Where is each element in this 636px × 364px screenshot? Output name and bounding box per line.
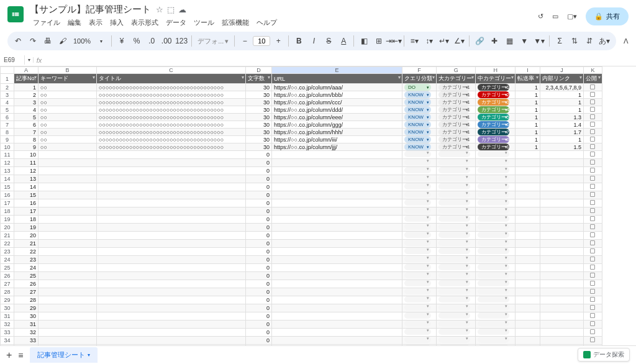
cell[interactable]: 32 — [14, 329, 39, 337]
cell[interactable] — [583, 296, 602, 304]
share-button[interactable]: 🔒 共有 — [586, 7, 629, 25]
cell[interactable]: https://○○.co.jp/column/bbb/ — [272, 91, 402, 99]
cell[interactable] — [437, 248, 476, 256]
table-header-cell[interactable]: クエリ分類▾ — [402, 74, 437, 84]
cell[interactable]: KNOW — [402, 106, 437, 114]
halign-icon[interactable]: ≡▾ — [407, 34, 421, 48]
cell[interactable]: 24 — [14, 264, 39, 272]
row-header[interactable]: 21 — [1, 232, 14, 240]
cell[interactable]: カテゴリー1 — [437, 129, 476, 136]
cell[interactable] — [476, 248, 515, 256]
table-header-cell[interactable]: キーワード▾ — [39, 74, 97, 84]
chart-icon[interactable]: ▦ — [502, 34, 516, 48]
cell[interactable] — [437, 151, 476, 159]
cell[interactable]: 0 — [246, 224, 272, 232]
cell[interactable]: 11 — [14, 159, 39, 167]
add-sheet-icon[interactable]: + — [6, 350, 12, 361]
cell[interactable] — [583, 312, 602, 321]
cell[interactable] — [402, 175, 437, 183]
cell[interactable]: 20 — [14, 232, 39, 240]
wrap-icon[interactable]: ↵▾ — [437, 34, 451, 48]
undo-icon[interactable]: ↶ — [11, 34, 25, 48]
cell[interactable] — [583, 207, 602, 216]
col-header[interactable]: B — [39, 67, 97, 74]
cell[interactable]: 1 — [515, 84, 540, 91]
cell[interactable] — [402, 248, 437, 256]
cell[interactable]: ○○○○○○○○○○○○○○○○○○○○○○○○○○○○○○○○○○○○○ — [97, 129, 246, 136]
cell[interactable] — [583, 240, 602, 248]
italic-icon[interactable]: I — [307, 34, 320, 48]
cell[interactable] — [476, 183, 515, 191]
cell[interactable]: 14 — [14, 183, 39, 191]
cell[interactable] — [583, 256, 602, 264]
cell[interactable] — [437, 175, 476, 183]
cell[interactable] — [402, 256, 437, 264]
sort-asc-icon[interactable]: ⇅ — [568, 34, 581, 48]
table-header-cell[interactable]: 記事No.▾ — [14, 74, 39, 84]
row-header[interactable]: 3 — [1, 91, 14, 99]
cell[interactable]: カテゴリー7 — [476, 129, 515, 136]
bold-icon[interactable]: B — [292, 34, 306, 48]
cell[interactable]: カテゴリー1 — [437, 106, 476, 114]
cell[interactable]: 0 — [246, 337, 272, 345]
cell[interactable] — [402, 280, 437, 288]
cell[interactable]: 27 — [14, 288, 39, 296]
cloud-icon[interactable]: ☁ — [178, 5, 186, 14]
cell[interactable]: 1.4 — [540, 121, 583, 129]
decimal-increase-icon[interactable]: .00 — [160, 34, 173, 48]
cell[interactable]: ○○ — [39, 143, 97, 151]
row-header[interactable]: 27 — [1, 280, 14, 288]
cell[interactable] — [437, 312, 476, 321]
col-header[interactable]: C — [97, 67, 246, 74]
cell[interactable]: 0 — [246, 329, 272, 337]
cell[interactable]: 30 — [246, 106, 272, 114]
table-header-cell[interactable]: 転送率▾ — [515, 74, 540, 84]
cell[interactable]: 1 — [515, 114, 540, 121]
cell[interactable]: 25 — [14, 272, 39, 280]
cell[interactable]: 9 — [14, 143, 39, 151]
cell[interactable]: カテゴリー6 — [476, 121, 515, 129]
cell[interactable] — [437, 224, 476, 232]
cell[interactable]: 1 — [540, 99, 583, 106]
cell[interactable]: カテゴリー1 — [476, 143, 515, 151]
cell[interactable]: 0 — [246, 207, 272, 216]
cell[interactable]: 0 — [246, 183, 272, 191]
cell[interactable]: ○○○○○○○○○○○○○○○○○○○○○○○○○○○○○○○○○○○○○ — [97, 99, 246, 106]
cell[interactable] — [583, 329, 602, 337]
cell[interactable] — [402, 151, 437, 159]
cell[interactable]: ○○ — [39, 106, 97, 114]
cell[interactable]: カテゴリー1 — [476, 84, 515, 91]
cell[interactable] — [476, 191, 515, 199]
cell[interactable] — [476, 264, 515, 272]
cell[interactable] — [583, 272, 602, 280]
cell[interactable] — [476, 288, 515, 296]
cell[interactable] — [476, 216, 515, 224]
cell[interactable]: 4 — [14, 106, 39, 114]
cell[interactable]: 15 — [14, 191, 39, 199]
cell[interactable]: 0 — [246, 296, 272, 304]
cell[interactable]: カテゴリー1 — [437, 91, 476, 99]
cell[interactable]: 0 — [246, 272, 272, 280]
cell[interactable]: KNOW — [402, 121, 437, 129]
cell[interactable] — [402, 321, 437, 329]
cell[interactable]: ○○○○○○○○○○○○○○○○○○○○○○○○○○○○○○○○○○○○○ — [97, 91, 246, 99]
cell[interactable] — [437, 199, 476, 207]
cell[interactable] — [402, 272, 437, 280]
cell[interactable]: 30 — [246, 91, 272, 99]
cell[interactable]: 2,3,4,5,6,7,8,9 — [540, 84, 583, 91]
cell[interactable]: ○○ — [39, 99, 97, 106]
cell[interactable]: DO — [402, 84, 437, 91]
star-icon[interactable]: ☆ — [156, 5, 163, 14]
fill-color-icon[interactable]: ◧ — [357, 34, 371, 48]
row-header[interactable]: 34 — [1, 337, 14, 345]
cell[interactable]: カテゴリー8 — [476, 136, 515, 143]
sheet-tab[interactable]: 記事管理シート ▾ — [30, 347, 98, 363]
cell[interactable]: 1 — [515, 136, 540, 143]
col-header[interactable]: A — [14, 67, 39, 74]
cell[interactable]: KNOW — [402, 91, 437, 99]
cell[interactable]: 1.5 — [540, 143, 583, 151]
more-formats-icon[interactable]: 123 — [175, 34, 188, 48]
cell[interactable]: 0 — [246, 264, 272, 272]
cell[interactable] — [583, 321, 602, 329]
row-header[interactable]: 5 — [1, 106, 14, 114]
